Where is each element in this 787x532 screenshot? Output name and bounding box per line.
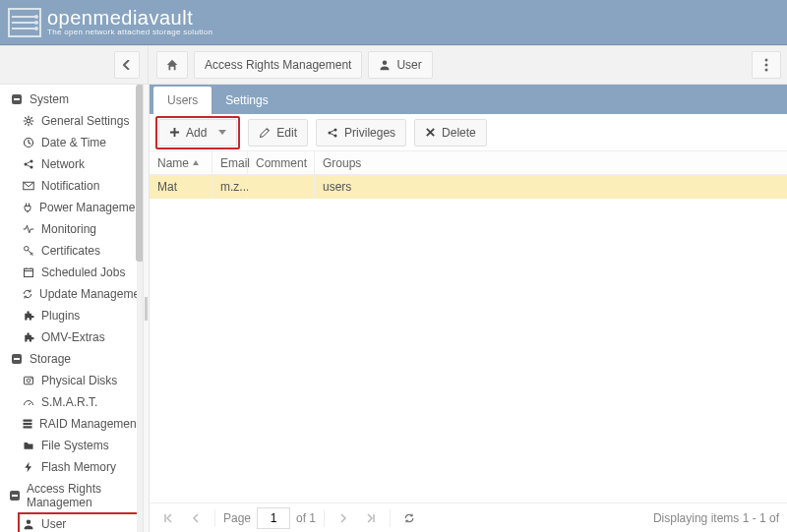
- sidebar-item-label: Date & Time: [41, 136, 106, 149]
- sidebar-item-certificates[interactable]: Certificates: [6, 240, 143, 262]
- sidebar-category-system[interactable]: System: [6, 89, 143, 110]
- breadcrumb-item-user[interactable]: User: [368, 51, 432, 79]
- breadcrumb-label: Access Rights Management: [205, 58, 351, 72]
- pager-first-button[interactable]: [157, 507, 179, 529]
- sidebar-item-file-systems[interactable]: File Systems: [6, 435, 143, 456]
- sidebar-item-plugins[interactable]: Plugins: [6, 305, 143, 326]
- minus-icon: [10, 92, 24, 106]
- sidebar-collapse-button[interactable]: [114, 51, 140, 79]
- svg-rect-19: [24, 420, 32, 422]
- tab-settings[interactable]: Settings: [212, 87, 281, 114]
- share-icon: [22, 157, 35, 171]
- delete-button[interactable]: Delete: [414, 119, 487, 147]
- svg-point-3: [765, 69, 768, 72]
- sidebar-item-flash-memory[interactable]: Flash Memory: [6, 456, 143, 478]
- grid-body: Mat m.z... users: [150, 175, 787, 502]
- nav-more-button[interactable]: [752, 51, 781, 79]
- add-button[interactable]: Add: [158, 119, 237, 147]
- stack-icon: [22, 417, 33, 431]
- svg-point-9: [30, 160, 33, 163]
- sidebar-category-label: Storage: [30, 352, 71, 366]
- sidebar-item-label: S.M.A.R.T.: [41, 395, 97, 409]
- column-header-comment[interactable]: Comment: [248, 151, 315, 174]
- sidebar-item-date-time[interactable]: Date & Time: [6, 132, 143, 153]
- separator: [390, 509, 391, 527]
- sidebar-category-label: System: [30, 92, 69, 106]
- pager-prev-button[interactable]: [185, 507, 207, 529]
- sidebar-item-user[interactable]: User: [6, 513, 143, 532]
- svg-rect-13: [25, 268, 33, 276]
- sidebar-category-label: Access Rights Managemen: [27, 482, 139, 509]
- column-label: Groups: [323, 156, 361, 170]
- sidebar-item-monitoring[interactable]: Monitoring: [6, 218, 143, 240]
- breadcrumb-bar: Access Rights Management User: [0, 45, 787, 85]
- breadcrumb-item-arm[interactable]: Access Rights Management: [194, 51, 362, 79]
- svg-point-2: [765, 64, 768, 67]
- column-header-groups[interactable]: Groups: [315, 151, 787, 174]
- sidebar-item-raid-management[interactable]: RAID Management: [6, 413, 143, 435]
- privileges-button[interactable]: Privileges: [316, 119, 406, 147]
- svg-rect-21: [24, 426, 32, 428]
- gear-icon: [22, 114, 35, 128]
- last-page-icon: [365, 512, 377, 524]
- add-button-highlight: Add: [155, 116, 240, 149]
- pager-last-button[interactable]: [360, 507, 382, 529]
- button-label: Edit: [276, 126, 297, 140]
- dashboard-icon: [22, 395, 35, 409]
- sidebar-item-notification[interactable]: Notification: [6, 175, 143, 197]
- chevron-left-icon: [123, 60, 131, 70]
- pager: Page of 1 Displaying items 1 - 1 of: [150, 502, 787, 532]
- plug-icon: [22, 201, 33, 214]
- pager-display-text: Displaying items 1 - 1 of: [653, 511, 779, 525]
- sidebar-item-network[interactable]: Network: [6, 153, 143, 175]
- table-row[interactable]: Mat m.z... users: [150, 175, 787, 199]
- column-label: Comment: [256, 156, 307, 170]
- hdd-icon: [22, 374, 35, 387]
- cell-comment: [248, 175, 315, 199]
- sidebar-item-label: Plugins: [41, 309, 80, 323]
- sidebar-item-scheduled-jobs[interactable]: Scheduled Jobs: [6, 262, 143, 283]
- svg-point-17: [27, 379, 30, 383]
- chevron-right-icon: [338, 512, 348, 524]
- toolbar: Add Edit Privileges Delete: [150, 114, 787, 151]
- sidebar-item-physical-disks[interactable]: Physical Disks: [6, 370, 143, 391]
- sidebar-item-general-settings[interactable]: General Settings: [6, 110, 143, 132]
- sidebar-item-update-management[interactable]: Update Management: [6, 283, 143, 305]
- scrollbar-thumb[interactable]: [136, 85, 144, 262]
- puzzle-icon: [22, 309, 35, 323]
- calendar-icon: [22, 266, 35, 279]
- body-layout: System General Settings Date & Time Netw…: [0, 85, 787, 532]
- svg-rect-5: [14, 98, 20, 100]
- pager-next-button[interactable]: [333, 507, 354, 529]
- sidebar-item-smart[interactable]: S.M.A.R.T.: [6, 391, 143, 413]
- column-header-email[interactable]: Email: [212, 151, 248, 174]
- tab-bar: Users Settings: [150, 85, 787, 114]
- pager-page-input[interactable]: [257, 507, 290, 529]
- sidebar-item-label: OMV-Extras: [41, 330, 105, 344]
- pager-page-label: Page: [223, 511, 251, 525]
- sidebar-scrollbar[interactable]: [137, 85, 143, 532]
- sidebar-category-storage[interactable]: Storage: [6, 348, 143, 370]
- sidebar-category-arm[interactable]: Access Rights Managemen: [6, 478, 143, 513]
- breadcrumb-home[interactable]: [156, 51, 188, 79]
- column-header-name[interactable]: Name: [150, 151, 212, 174]
- sidebar-item-omv-extras[interactable]: OMV-Extras: [6, 326, 143, 348]
- plus-icon: [169, 127, 180, 138]
- tab-label: Users: [167, 93, 198, 107]
- cell-email: m.z...: [212, 175, 248, 199]
- bolt-icon: [22, 460, 35, 474]
- edit-icon: [259, 127, 271, 139]
- pager-refresh-button[interactable]: [398, 507, 420, 529]
- sidebar-item-label: User: [41, 517, 66, 531]
- svg-rect-23: [12, 495, 18, 497]
- sidebar-item-label: Scheduled Jobs: [41, 266, 125, 279]
- sidebar: System General Settings Date & Time Netw…: [0, 85, 144, 532]
- separator: [324, 509, 325, 527]
- brand-subtitle: The open network attached storage soluti…: [47, 28, 212, 36]
- button-label: Delete: [442, 126, 476, 140]
- share-icon: [327, 127, 338, 139]
- sidebar-item-label: RAID Management: [39, 417, 140, 431]
- tab-users[interactable]: Users: [153, 87, 212, 114]
- edit-button[interactable]: Edit: [248, 119, 308, 147]
- sidebar-item-power-management[interactable]: Power Management: [6, 197, 143, 218]
